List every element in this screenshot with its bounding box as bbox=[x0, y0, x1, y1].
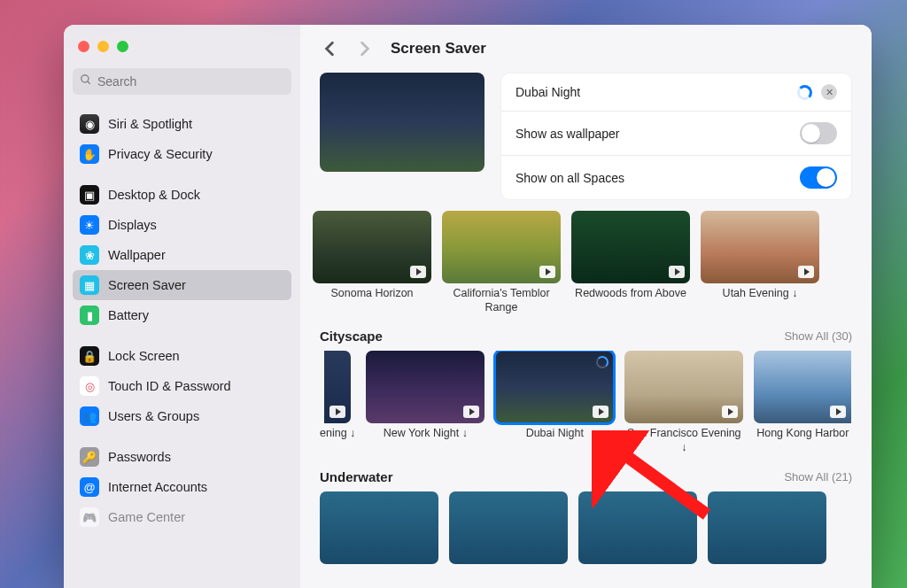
play-icon bbox=[798, 266, 814, 278]
sidebar-item-label: Battery bbox=[108, 308, 149, 322]
cancel-download-button[interactable]: ✕ bbox=[821, 84, 837, 100]
forward-button[interactable] bbox=[355, 39, 375, 58]
hand-icon: ✋ bbox=[80, 144, 99, 164]
search-icon bbox=[80, 74, 92, 89]
play-icon bbox=[329, 406, 345, 418]
screen-saver-thumbnail[interactable] bbox=[701, 211, 819, 283]
sidebar-item-label: Privacy & Security bbox=[108, 147, 213, 161]
screen-saver-card[interactable] bbox=[449, 491, 568, 564]
sidebar-item-desktop-dock[interactable]: ▣Desktop & Dock bbox=[73, 180, 291, 210]
screen-saver-card[interactable]: Hong Kong Harbor bbox=[754, 351, 851, 454]
sidebar-item-screen-saver[interactable]: ▦Screen Saver bbox=[73, 270, 291, 300]
sidebar-item-battery[interactable]: ▮Battery bbox=[73, 300, 291, 330]
screen-saver-card[interactable]: Redwoods from Above bbox=[571, 211, 690, 314]
screen-saver-label: Redwoods from Above bbox=[575, 287, 686, 301]
sidebar-item-displays[interactable]: ☀Displays bbox=[73, 210, 291, 240]
current-screen-saver-row: Dubai Night ✕ bbox=[501, 74, 851, 111]
sidebar-item-label: Screen Saver bbox=[108, 278, 186, 292]
sidebar-item-lock-screen[interactable]: 🔒Lock Screen bbox=[73, 341, 291, 371]
displays-icon: ☀ bbox=[80, 215, 99, 235]
content-area[interactable]: Dubai Night ✕ Show as wallpaper Show on … bbox=[300, 67, 872, 588]
show-on-all-spaces-row: Show on all Spaces bbox=[501, 155, 851, 199]
show-as-wallpaper-toggle[interactable] bbox=[800, 122, 837, 144]
underwater-show-all-button[interactable]: Show All (21) bbox=[784, 470, 852, 484]
screen-saver-card[interactable]: San Francisco Evening ↓ bbox=[624, 351, 743, 454]
cityscape-show-all-button[interactable]: Show All (30) bbox=[784, 329, 852, 343]
sidebar-item-label: Displays bbox=[108, 218, 157, 232]
screen-saver-label: ening ↓ bbox=[320, 427, 355, 441]
screen-saver-label: New York Night ↓ bbox=[384, 427, 468, 441]
sidebar-item-internet-accounts[interactable]: @Internet Accounts bbox=[73, 472, 291, 502]
dock-icon: ▣ bbox=[80, 185, 99, 205]
play-icon bbox=[830, 406, 846, 418]
svg-point-0 bbox=[81, 75, 89, 82]
screen-saver-thumbnail[interactable] bbox=[366, 351, 485, 423]
underwater-grid[interactable] bbox=[320, 491, 852, 564]
screen-saver-label: Hong Kong Harbor bbox=[756, 427, 849, 441]
screen-saver-card[interactable]: California's Temblor Range bbox=[442, 211, 561, 314]
sidebar: ◉Siri & Spotlight✋Privacy & Security▣Des… bbox=[64, 25, 300, 588]
traffic-lights bbox=[73, 37, 291, 68]
screen-saver-label: Sonoma Horizon bbox=[330, 287, 413, 301]
screen-saver-card[interactable]: ening ↓ bbox=[320, 351, 355, 454]
screen-saver-thumbnail[interactable] bbox=[571, 211, 690, 283]
screen-saver-card[interactable]: Utah Evening ↓ bbox=[701, 211, 819, 314]
screen-saver-card[interactable]: New York Night ↓ bbox=[366, 351, 485, 454]
screen-saver-label: San Francisco Evening ↓ bbox=[624, 427, 743, 454]
search-input[interactable] bbox=[97, 74, 284, 89]
back-button[interactable] bbox=[320, 39, 339, 58]
sidebar-item-touch-id-password[interactable]: ◎Touch ID & Password bbox=[73, 371, 291, 401]
cityscape-grid[interactable]: ening ↓New York Night ↓Dubai NightSan Fr… bbox=[320, 351, 852, 454]
screen-saver-card[interactable] bbox=[578, 491, 697, 564]
sidebar-item-privacy-security[interactable]: ✋Privacy & Security bbox=[73, 139, 291, 169]
settings-window: ◉Siri & Spotlight✋Privacy & Security▣Des… bbox=[64, 25, 872, 588]
window-close-button[interactable] bbox=[78, 41, 89, 52]
play-icon bbox=[539, 266, 555, 278]
screen-saver-thumbnail[interactable] bbox=[442, 211, 561, 283]
screen-saver-thumbnail[interactable] bbox=[495, 351, 614, 423]
sidebar-item-wallpaper[interactable]: ❀Wallpaper bbox=[73, 240, 291, 270]
screen-saver-thumbnail[interactable] bbox=[754, 351, 851, 423]
sidebar-item-users-groups[interactable]: 👥Users & Groups bbox=[73, 401, 291, 431]
screen-saver-card[interactable]: Sonoma Horizon bbox=[313, 211, 431, 314]
play-icon bbox=[593, 406, 609, 418]
current-screen-saver-name: Dubai Night bbox=[516, 85, 580, 99]
wallpaper-icon: ❀ bbox=[80, 245, 99, 265]
toolbar: Screen Saver bbox=[300, 25, 872, 67]
play-icon bbox=[463, 406, 479, 418]
sidebar-item-game-center[interactable]: 🎮Game Center bbox=[73, 502, 291, 532]
screen-saver-thumbnail[interactable] bbox=[313, 211, 431, 283]
main-pane: Screen Saver Dubai Night ✕ Show as wallp… bbox=[300, 25, 872, 588]
window-minimize-button[interactable] bbox=[97, 41, 109, 52]
siri-icon: ◉ bbox=[80, 114, 99, 134]
sidebar-item-label: Passwords bbox=[108, 450, 171, 464]
cityscape-title: Cityscape bbox=[320, 329, 383, 344]
window-maximize-button[interactable] bbox=[117, 41, 128, 52]
landscape-grid[interactable]: Sonoma HorizonCalifornia's Temblor Range… bbox=[313, 211, 852, 314]
screen-saver-card[interactable]: Dubai Night bbox=[495, 351, 614, 454]
touchid-icon: ◎ bbox=[80, 376, 99, 396]
lock-icon: 🔒 bbox=[80, 346, 99, 366]
screen-saver-label: California's Temblor Range bbox=[442, 287, 561, 314]
search-field[interactable] bbox=[73, 68, 291, 95]
show-as-wallpaper-row: Show as wallpaper bbox=[501, 111, 851, 155]
show-as-wallpaper-label: Show as wallpaper bbox=[516, 127, 620, 141]
sidebar-item-siri-spotlight[interactable]: ◉Siri & Spotlight bbox=[73, 109, 291, 139]
screen-saver-label: Dubai Night bbox=[526, 427, 584, 441]
passwords-icon: 🔑 bbox=[80, 447, 99, 467]
sidebar-item-passwords[interactable]: 🔑Passwords bbox=[73, 442, 291, 472]
sidebar-item-label: Game Center bbox=[108, 510, 185, 524]
sidebar-item-label: Lock Screen bbox=[108, 349, 180, 363]
screen-saver-label: Utah Evening ↓ bbox=[723, 287, 798, 301]
show-on-all-spaces-toggle[interactable] bbox=[800, 166, 837, 189]
options-panel: Dubai Night ✕ Show as wallpaper Show on … bbox=[500, 73, 852, 200]
screen-saver-thumbnail[interactable] bbox=[324, 351, 351, 423]
download-spinner-icon bbox=[596, 356, 609, 368]
screen-saver-card[interactable] bbox=[320, 491, 438, 564]
users-icon: 👥 bbox=[80, 406, 99, 426]
screen-saver-preview bbox=[320, 73, 485, 172]
screen-saver-card[interactable] bbox=[708, 491, 826, 564]
screen-saver-thumbnail[interactable] bbox=[624, 351, 743, 423]
sidebar-item-label: Internet Accounts bbox=[108, 480, 207, 494]
sidebar-item-label: Touch ID & Password bbox=[108, 379, 231, 393]
